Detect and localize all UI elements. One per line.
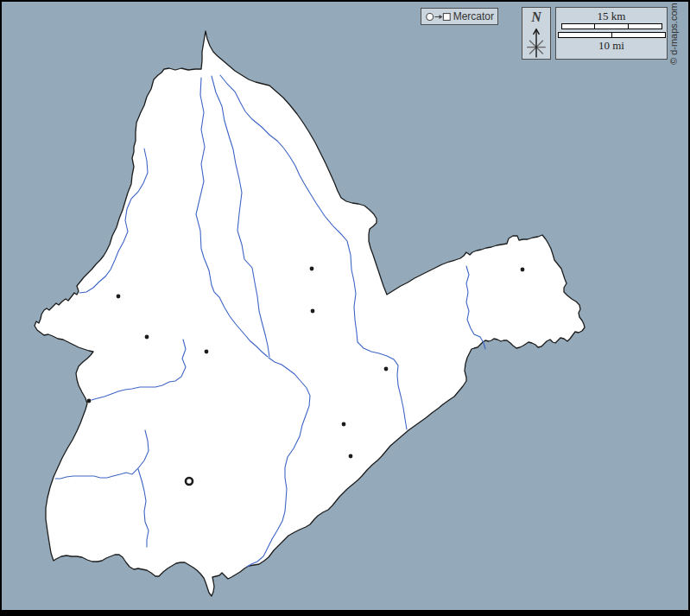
map-layers	[35, 31, 585, 596]
compass-box: N	[522, 7, 551, 60]
scale-segment	[595, 24, 629, 29]
city-dot	[342, 422, 346, 427]
city-dot	[117, 295, 121, 299]
city-dot	[311, 309, 315, 314]
scale-segment	[612, 33, 665, 37]
projection-label: Mercator	[453, 11, 494, 22]
region-outline	[35, 31, 585, 596]
scale-bar: 15 km 10 mi	[555, 7, 668, 60]
city-dot	[205, 350, 209, 354]
scale-segment	[562, 24, 596, 29]
map-svg	[0, 0, 690, 616]
scale-segment	[629, 24, 662, 29]
city-dot	[310, 267, 314, 271]
north-label: N	[531, 10, 541, 25]
scale-mi-bar	[558, 32, 666, 38]
north-arrow-icon	[524, 25, 548, 59]
scale-km-bar	[561, 23, 662, 29]
projection-control[interactable]: Mercator	[421, 8, 498, 25]
scale-km-label: 15 km	[556, 10, 667, 22]
city-dot	[521, 268, 525, 272]
copyright-text: © d-maps.com	[668, 6, 681, 65]
city-dot	[87, 399, 92, 403]
city-dot	[349, 454, 353, 459]
circle-to-square-projection-icon	[425, 10, 451, 23]
capital-city-marker	[186, 478, 193, 485]
city-dot	[384, 367, 389, 372]
map-canvas: Mercator N 15 km 10 mi © d-maps.com	[0, 0, 690, 616]
scale-segment	[559, 33, 612, 37]
city-dot	[145, 335, 149, 340]
scale-mi-label: 10 mi	[556, 40, 667, 51]
